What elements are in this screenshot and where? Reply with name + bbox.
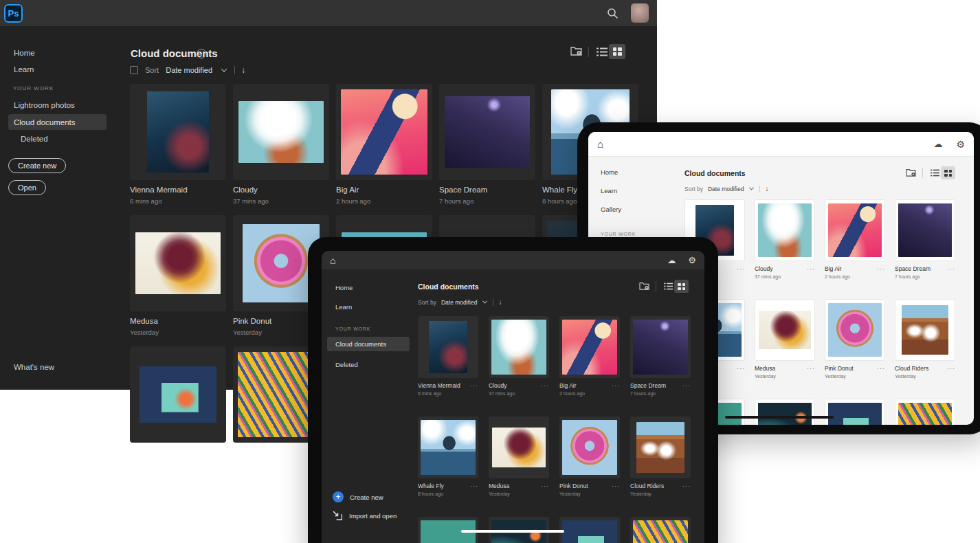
document-card-frame[interactable] [130,84,226,180]
open-button[interactable]: Open [8,180,46,195]
document-card-frame[interactable] [630,316,691,378]
document-card[interactable]: Vienna Mermaid···6 mins ago [418,316,478,402]
document-card[interactable]: Medusa···Yesterday [489,417,549,502]
chevron-down-icon[interactable] [749,186,754,190]
grid-view-icon[interactable] [674,280,689,293]
home-icon[interactable]: ⌂ [597,139,603,149]
document-card[interactable]: ··· [559,517,620,543]
whats-new-link[interactable]: What's new [14,363,54,371]
gear-icon[interactable]: ⚙ [688,256,696,265]
sidebar-item-learn[interactable]: Learn [14,65,34,74]
sidebar-item-home[interactable]: Home [601,168,618,176]
document-card[interactable]: MedusaYesterday [130,215,226,340]
sidebar-item-deleted[interactable]: Deleted [335,361,358,368]
list-view-icon[interactable] [664,282,673,290]
sidebar-item-home[interactable]: Home [335,284,353,291]
document-card[interactable]: Pink Donut···Yesterday [825,299,885,385]
info-icon[interactable]: i [197,49,206,58]
sidebar-item-learn[interactable]: Learn [601,187,617,195]
document-card-frame[interactable] [895,399,955,425]
document-card[interactable]: Big Air2 hours ago [336,84,432,209]
sidebar-item-home[interactable]: Home [14,49,35,57]
more-options-button[interactable]: ··· [470,483,478,489]
home-indicator[interactable] [461,530,564,533]
document-card[interactable]: Medusa···Yesterday [755,299,815,385]
document-card-frame[interactable] [418,417,478,478]
new-folder-icon[interactable] [639,280,649,293]
new-folder-icon[interactable] [570,45,582,58]
document-card-frame[interactable] [895,199,955,261]
sort-value-dropdown[interactable]: Date modified [441,299,477,306]
document-card[interactable]: Space Dream7 hours ago [439,84,535,209]
more-options-button[interactable]: ··· [682,382,691,389]
document-card-frame[interactable] [755,399,815,425]
more-options-button[interactable]: ··· [877,365,885,372]
create-new-button[interactable]: Create new [8,158,66,173]
more-options-button[interactable]: ··· [470,382,478,389]
document-card-frame[interactable] [630,417,691,478]
more-options-button[interactable]: ··· [807,365,815,372]
document-card[interactable]: Space Dream···7 hours ago [630,316,691,402]
more-options-button[interactable]: ··· [877,265,885,272]
document-card[interactable]: Cloud Riders···Yesterday [895,299,955,385]
document-card-frame[interactable] [895,299,955,361]
sidebar-item-cloud-documents[interactable]: Cloud documents [327,337,410,351]
document-card[interactable]: Vienna Mermaid6 mins ago [130,84,226,209]
document-card[interactable]: Cloud Riders···Yesterday [630,417,691,502]
document-card[interactable]: ··· [755,399,815,425]
document-card[interactable]: Pink Donut···Yesterday [559,417,620,502]
create-new-button[interactable]: + Create new [333,491,383,502]
document-card-frame[interactable] [825,199,885,261]
cloud-sync-icon[interactable]: ☁ [667,256,676,265]
document-card-frame[interactable] [418,316,478,378]
document-card-frame[interactable] [825,299,885,361]
document-card-frame[interactable] [489,316,549,378]
document-card-frame[interactable] [489,417,549,478]
sort-direction-icon[interactable]: ↓ [498,298,502,306]
sort-value-dropdown[interactable]: Date modified [708,186,744,192]
cloud-sync-icon[interactable]: ☁ [933,140,942,148]
chevron-down-icon[interactable] [221,66,227,71]
document-card-frame[interactable] [559,316,620,378]
document-card-frame[interactable] [825,399,885,425]
document-card-frame[interactable] [130,215,226,311]
user-avatar[interactable] [631,3,649,23]
chevron-down-icon[interactable] [482,299,487,304]
more-options-button[interactable]: ··· [541,483,549,489]
more-options-button[interactable]: ··· [612,483,620,489]
document-card[interactable]: Big Air···2 hours ago [559,316,620,402]
grid-view-icon[interactable] [941,166,955,179]
sidebar-item-learn[interactable]: Learn [335,303,352,311]
more-options-button[interactable]: ··· [947,365,955,372]
list-view-icon[interactable] [597,47,608,56]
import-and-open-button[interactable]: Import and open [333,511,397,520]
document-card-frame[interactable] [559,417,620,478]
document-card[interactable]: Space Dream···7 hours ago [895,199,955,285]
gear-icon[interactable]: ⚙ [956,140,965,149]
document-card[interactable]: Cloudy37 mins ago [233,84,329,209]
home-indicator[interactable] [725,416,834,419]
document-card[interactable]: ··· [630,517,691,543]
more-options-button[interactable]: ··· [541,382,549,389]
more-options-button[interactable]: ··· [682,483,691,489]
document-card-frame[interactable] [559,517,620,543]
document-card[interactable]: Big Air···2 hours ago [825,199,885,285]
more-options-button[interactable]: ··· [947,265,955,272]
document-card[interactable] [130,346,226,472]
more-options-button[interactable]: ··· [807,265,815,272]
sidebar-item-gallery[interactable]: Gallery [601,206,621,213]
sort-direction-icon[interactable]: ↓ [765,185,768,192]
document-card[interactable]: ··· [895,399,955,425]
document-card-frame[interactable] [755,299,815,361]
document-card-frame[interactable] [233,84,329,180]
document-card[interactable]: ··· [825,399,885,425]
more-options-button[interactable]: ··· [737,365,745,372]
document-card-frame[interactable] [439,84,535,180]
sidebar-item-deleted[interactable]: Deleted [21,135,48,143]
sort-direction-icon[interactable]: ↓ [241,65,245,75]
document-card[interactable]: Cloudy···37 mins ago [489,316,549,402]
more-options-button[interactable]: ··· [612,382,620,389]
list-view-icon[interactable] [931,169,939,177]
sidebar-item-lightroom-photos[interactable]: Lightroom photos [14,101,75,109]
document-card-frame[interactable] [755,199,815,261]
